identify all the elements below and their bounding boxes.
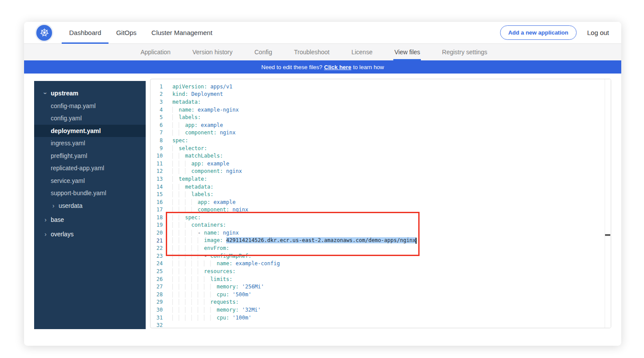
code-line[interactable]: 22 envFrom:: [150, 244, 611, 252]
indent-guides: [172, 176, 178, 182]
yaml-editor-panel: 1apiVersion: apps/v12kind: Deployment3me…: [150, 79, 611, 328]
tab-version-history[interactable]: Version history: [192, 44, 234, 60]
code-line[interactable]: 28 cpu: '500m': [150, 291, 611, 298]
code-line[interactable]: 31 cpu: '100m': [150, 314, 611, 322]
file-tree-item-userdata[interactable]: ›userdata: [34, 200, 146, 212]
file-tree-item-upstream[interactable]: ›upstream: [34, 87, 146, 100]
line-content: name: example-nginx: [172, 107, 239, 113]
banner-click-here-link[interactable]: Click here: [324, 64, 351, 70]
line-content: spec:: [172, 137, 188, 144]
line-content: kind: Deployment: [172, 91, 223, 97]
line-number: 22: [150, 245, 163, 251]
code-line[interactable]: 11 app: example: [150, 160, 611, 168]
tree-item-label: replicated-app.yaml: [51, 165, 104, 172]
code-line[interactable]: 10 matchLabels:: [150, 152, 611, 160]
line-number: 15: [150, 191, 163, 197]
line-content: containers:: [172, 222, 226, 228]
code-line[interactable]: 8spec:: [150, 137, 611, 144]
line-number: 2: [150, 91, 163, 97]
file-tree-item-config.yaml[interactable]: config.yaml: [34, 112, 146, 125]
logout-link[interactable]: Log out: [587, 29, 609, 36]
scrollbar-position-marker[interactable]: [605, 234, 610, 236]
code-line[interactable]: 9 selector:: [150, 144, 611, 152]
tree-item-label: userdata: [59, 202, 82, 209]
add-application-button[interactable]: Add a new application: [500, 25, 577, 40]
top-header: Dashboard GitOps Cluster Management Add …: [24, 22, 621, 44]
tab-license[interactable]: License: [350, 44, 373, 60]
selected-text: 429114214526.dkr.ecr.us-east-2.amazonaws…: [226, 237, 416, 243]
code-line[interactable]: 25 resources:: [150, 267, 611, 275]
line-number: 1: [150, 84, 163, 90]
code-line[interactable]: 6 app: example: [150, 121, 611, 129]
indent-guides: [172, 307, 217, 313]
code-line[interactable]: 26 limits:: [150, 275, 611, 283]
line-number: 31: [150, 315, 163, 321]
code-line[interactable]: 19 containers:: [150, 221, 611, 229]
file-tree-item-preflight.yaml[interactable]: preflight.yaml: [34, 150, 146, 162]
code-line[interactable]: 32: [150, 321, 611, 328]
code-line[interactable]: 13 template:: [150, 175, 611, 183]
code-line[interactable]: 17 component: nginx: [150, 206, 611, 214]
tab-view-files[interactable]: View files: [393, 44, 421, 60]
tab-registry-settings[interactable]: Registry settings: [441, 44, 488, 60]
line-number: 13: [150, 176, 163, 182]
code-line[interactable]: 20 - name: nginx: [150, 229, 611, 237]
code-line[interactable]: 16 app: example: [150, 198, 611, 206]
indent-guides: [172, 199, 198, 205]
code-line[interactable]: 23 - configMapRef:: [150, 252, 611, 260]
code-line[interactable]: 24 name: example-config: [150, 260, 611, 268]
code-line[interactable]: 18 spec:: [150, 214, 611, 221]
nav-tab-cluster-management[interactable]: Cluster Management: [144, 22, 220, 44]
line-number: 30: [150, 307, 163, 313]
tree-item-label: base: [51, 216, 64, 223]
indent-guides: [172, 184, 185, 190]
chevron-right-icon: ›: [51, 202, 56, 209]
line-content: requests:: [172, 299, 239, 305]
tree-item-label: config-map.yaml: [51, 102, 96, 109]
code-line[interactable]: 12 component: nginx: [150, 168, 611, 175]
file-tree-item-support-bundle.yaml[interactable]: support-bundle.yaml: [34, 187, 146, 200]
code-line[interactable]: 14 metadata:: [150, 183, 611, 191]
file-tree-item-service.yaml[interactable]: service.yaml: [34, 175, 146, 187]
file-tree-item-deployment.yaml[interactable]: deployment.yaml: [34, 125, 146, 137]
line-content: memory: '256Mi': [172, 284, 264, 290]
indent-guides: [172, 153, 185, 159]
chevron-down-icon: ›: [42, 91, 49, 96]
code-line[interactable]: 15 labels:: [150, 190, 611, 198]
code-line[interactable]: 21 image: 429114214526.dkr.ecr.us-east-2…: [150, 237, 611, 245]
nav-tab-gitops[interactable]: GitOps: [108, 22, 144, 44]
line-number: 7: [150, 130, 163, 136]
line-content: component: nginx: [172, 130, 236, 136]
line-content: app: example: [172, 199, 236, 205]
file-tree-item-replicated-app.yaml[interactable]: replicated-app.yaml: [34, 162, 146, 175]
text-cursor: [416, 238, 416, 244]
nav-tab-dashboard[interactable]: Dashboard: [62, 22, 108, 44]
file-tree-item-base[interactable]: ›base: [34, 214, 146, 226]
indent-guides: [172, 168, 191, 174]
code-line[interactable]: 5 labels:: [150, 113, 611, 121]
file-tree-item-config-map.yaml[interactable]: config-map.yaml: [34, 100, 146, 112]
line-number: 16: [150, 199, 163, 205]
line-number: 19: [150, 222, 163, 228]
editor-scrollbar-track[interactable]: [605, 79, 611, 328]
code-line[interactable]: 7 component: nginx: [150, 129, 611, 137]
line-content: cpu: '100m': [172, 315, 252, 321]
code-line[interactable]: 4 name: example-nginx: [150, 106, 611, 114]
tab-application[interactable]: Application: [140, 44, 172, 60]
code-line[interactable]: 30 memory: '32Mi': [150, 306, 611, 314]
code-line[interactable]: 3metadata:: [150, 98, 611, 106]
code-line[interactable]: 1apiVersion: apps/v1: [150, 83, 611, 91]
line-content: - name: nginx: [172, 230, 239, 236]
tab-troubleshoot[interactable]: Troubleshoot: [293, 44, 330, 60]
file-tree-item-overlays[interactable]: ›overlays: [34, 228, 146, 241]
kubernetes-logo-icon[interactable]: [36, 25, 52, 41]
indent-guides: [172, 207, 198, 213]
code-line[interactable]: 27 memory: '256Mi': [150, 283, 611, 291]
code-line[interactable]: 2kind: Deployment: [150, 91, 611, 98]
tab-config[interactable]: Config: [254, 44, 273, 60]
code-line[interactable]: 29 requests:: [150, 298, 611, 306]
file-tree-item-ingress.yaml[interactable]: ingress.yaml: [34, 137, 146, 150]
line-number: 32: [150, 322, 163, 328]
line-content: matchLabels:: [172, 153, 223, 159]
indent-guides: [172, 299, 210, 305]
